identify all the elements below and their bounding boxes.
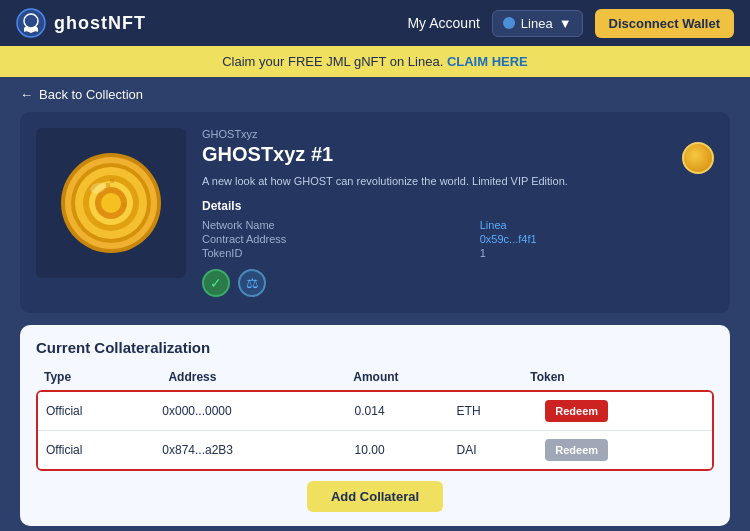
add-collateral-row: Add Collateral [36,481,714,512]
network-dot-icon [503,17,515,29]
claim-link[interactable]: CLAIM HERE [447,54,528,69]
banner: Claim your FREE JML gNFT on Linea. CLAIM… [0,46,750,77]
nft-details-grid: Network Name Linea Contract Address 0x59… [202,219,714,259]
logo: ghostNFT [16,8,146,38]
nft-title: GHOSTxyz #1 [202,143,333,166]
nft-details-label: Details [202,199,714,213]
back-nav-label: Back to Collection [39,87,143,102]
col-type: Type [36,366,160,390]
disconnect-wallet-button[interactable]: Disconnect Wallet [595,9,734,38]
token-id-label: TokenID [202,247,464,259]
row1-token: ETH [449,392,538,431]
back-arrow-icon: ← [20,87,33,102]
nft-image [36,128,186,278]
nft-section: GHOSTxyz GHOSTxyz #1 A new look at how G… [20,112,730,313]
svg-rect-12 [106,183,110,187]
collateral-title: Current Collateralization [36,339,714,356]
logo-icon [16,8,46,38]
row1-type: Official [38,392,154,431]
svg-rect-14 [122,203,126,207]
row2-address: 0x874...a2B3 [154,431,346,470]
token-id-value: 1 [480,247,714,259]
add-collateral-button[interactable]: Add Collateral [307,481,443,512]
svg-rect-13 [110,179,114,183]
nft-creator: GHOSTxyz [202,128,714,140]
logo-text: ghostNFT [54,13,146,34]
row2-amount: 10.00 [347,431,449,470]
row2-action: Redeem [537,431,712,470]
table-row: Official 0x874...a2B3 10.00 DAI Redeem [38,431,712,470]
collateral-section: Current Collateralization Type Address A… [20,325,730,526]
header: ghostNFT My Account Linea ▼ Disconnect W… [0,0,750,46]
network-name: Linea [521,16,553,31]
contract-address-label: Contract Address [202,233,464,245]
redeem-button-2[interactable]: Redeem [545,439,608,461]
highlighted-rows: Official 0x000...0000 0.014 ETH Redeem O… [36,390,714,471]
redeem-button-1[interactable]: Redeem [545,400,608,422]
svg-point-10 [101,193,121,213]
row2-token: DAI [449,431,538,470]
nft-coin-icon [682,142,714,174]
collateral-table: Type Address Amount Token [36,366,714,390]
nft-description: A new look at how GHOST can revolutioniz… [202,174,714,189]
my-account-label: My Account [407,15,479,31]
table-header-row: Type Address Amount Token [36,366,714,390]
table-row: Official 0x000...0000 0.014 ETH Redeem [38,392,712,431]
banner-text: Claim your FREE JML gNFT on Linea. [222,54,443,69]
collateral-data-table: Official 0x000...0000 0.014 ETH Redeem O… [38,392,712,469]
contract-address-value[interactable]: 0x59c...f4f1 [480,233,714,245]
back-nav[interactable]: ← Back to Collection [0,77,750,112]
col-action [668,366,714,390]
main-content: GHOSTxyz GHOSTxyz #1 A new look at how G… [0,112,750,526]
verified-badge: ✓ [202,269,230,297]
header-right: My Account Linea ▼ Disconnect Wallet [407,9,734,38]
col-token: Token [522,366,668,390]
nft-artwork [46,138,176,268]
network-selector[interactable]: Linea ▼ [492,10,583,37]
nft-info: GHOSTxyz GHOSTxyz #1 A new look at how G… [202,128,714,297]
network-name-value[interactable]: Linea [480,219,714,231]
col-address: Address [160,366,345,390]
row2-type: Official [38,431,154,470]
chevron-down-icon: ▼ [559,16,572,31]
nft-title-row: GHOSTxyz #1 [202,142,714,174]
row1-amount: 0.014 [347,392,449,431]
network-name-label: Network Name [202,219,464,231]
shield-badge: ⚖ [238,269,266,297]
nft-badges: ✓ ⚖ [202,269,714,297]
row1-address: 0x000...0000 [154,392,346,431]
row1-action: Redeem [537,392,712,431]
col-amount: Amount [345,366,522,390]
